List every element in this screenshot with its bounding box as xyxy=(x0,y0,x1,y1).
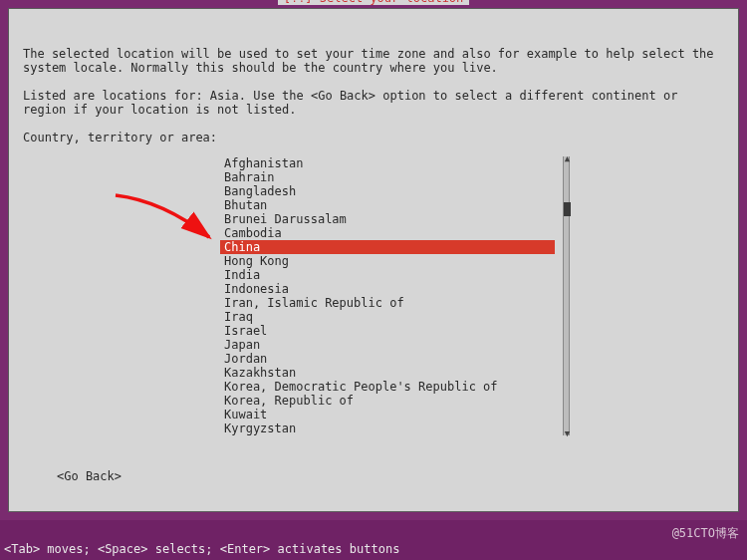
list-item[interactable]: Israel xyxy=(220,324,555,338)
list-item[interactable]: Kuwait xyxy=(220,408,555,421)
list-label: Country, territory or area: xyxy=(23,131,724,144)
installer-dialog: [!!] Select your location The selected l… xyxy=(8,8,739,512)
watermark: @51CTO博客 xyxy=(672,526,739,540)
list-item[interactable]: Iraq xyxy=(220,310,555,324)
list-item[interactable]: Bahrain xyxy=(220,170,555,184)
scrollbar[interactable]: ▲ ▼ xyxy=(563,156,570,435)
go-back-button[interactable]: <Go Back> xyxy=(57,469,122,483)
list-item[interactable]: India xyxy=(220,268,555,282)
dialog-paragraph-2: Listed are locations for: Asia. Use the … xyxy=(23,89,724,117)
list-item[interactable]: Korea, Democratic People's Republic of xyxy=(220,380,555,394)
list-item[interactable]: China xyxy=(220,240,555,254)
dialog-title: [!!] Select your location xyxy=(278,0,470,5)
scroll-up-icon[interactable]: ▲ xyxy=(563,154,572,162)
dialog-paragraph-1: The selected location will be used to se… xyxy=(23,47,724,75)
country-list[interactable]: AfghanistanBahrainBangladeshBhutanBrunei… xyxy=(220,156,555,437)
scroll-down-icon[interactable]: ▼ xyxy=(563,429,572,437)
keyboard-hint: <Tab> moves; <Space> selects; <Enter> ac… xyxy=(4,542,399,556)
list-item[interactable]: Kazakhstan xyxy=(220,366,555,380)
scroll-thumb[interactable] xyxy=(564,202,571,216)
list-item[interactable]: Cambodia xyxy=(220,226,555,240)
list-item[interactable]: Bangladesh xyxy=(220,184,555,198)
list-item[interactable]: Bhutan xyxy=(220,198,555,212)
list-item[interactable]: Indonesia xyxy=(220,282,555,296)
list-item[interactable]: Jordan xyxy=(220,352,555,366)
list-item[interactable]: Iran, Islamic Republic of xyxy=(220,296,555,310)
list-item[interactable]: Japan xyxy=(220,338,555,352)
list-item[interactable]: Hong Kong xyxy=(220,254,555,268)
list-item[interactable]: Korea, Republic of xyxy=(220,394,555,408)
list-item[interactable]: Brunei Darussalam xyxy=(220,212,555,226)
list-item[interactable]: Afghanistan xyxy=(220,156,555,170)
keyboard-hint-bar: <Tab> moves; <Space> selects; <Enter> ac… xyxy=(0,520,747,560)
list-item[interactable]: Kyrgyzstan xyxy=(220,421,555,435)
